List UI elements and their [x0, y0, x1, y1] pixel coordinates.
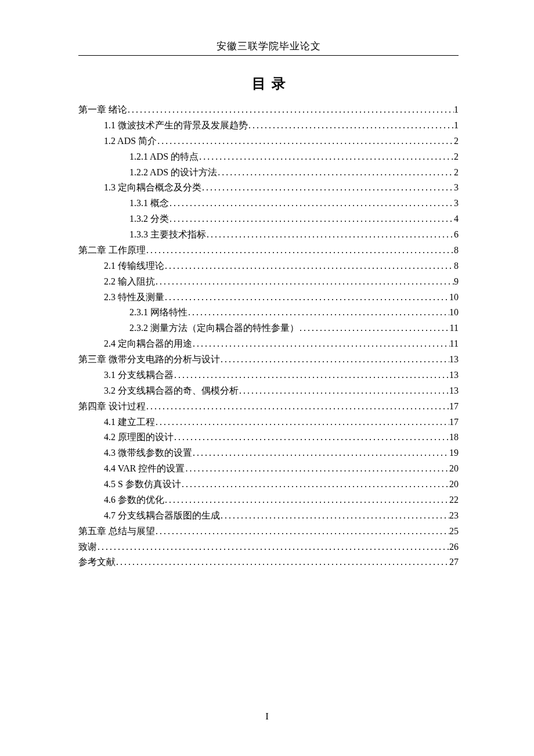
table-of-contents: 第一章 绪论11.1 微波技术产生的背景及发展趋势11.2 ADS 简介21.2… [78, 102, 459, 570]
header-rule [78, 55, 459, 56]
toc-leader-dots [248, 118, 454, 134]
toc-entry-label: 4.5 S 参数仿真设计 [104, 477, 181, 492]
toc-entry-label: 第一章 绪论 [78, 102, 127, 118]
toc-entry: 1.3.3 主要技术指标6 [78, 227, 459, 243]
toc-entry-page: 23 [449, 508, 459, 524]
toc-leader-dots [155, 524, 449, 539]
toc-leader-dots [127, 102, 454, 118]
toc-entry: 4.7 分支线耦合器版图的生成23 [78, 508, 459, 524]
toc-entry: 2.4 定向耦合器的用途11 [78, 336, 459, 352]
toc-entry-label: 第三章 微带分支电路的分析与设计 [78, 352, 220, 368]
toc-entry: 2.3.1 网络特性10 [78, 305, 459, 321]
toc-entry-page: 11 [450, 336, 459, 352]
toc-entry: 4.2 原理图的设计18 [78, 430, 459, 445]
toc-leader-dots [164, 258, 454, 274]
toc-entry-label: 1.1 微波技术产生的背景及发展趋势 [104, 118, 248, 134]
toc-entry: 1.3.1 概念3 [78, 196, 459, 211]
toc-leader-dots [155, 415, 449, 430]
toc-entry: 第一章 绪论1 [78, 102, 459, 118]
toc-entry-label: 1.3.1 概念 [129, 196, 169, 211]
toc-entry-label: 2.3.1 网络特性 [129, 305, 187, 321]
toc-entry-page: 2 [454, 134, 459, 149]
toc-leader-dots [192, 445, 449, 461]
toc-leader-dots [97, 539, 449, 555]
document-page: 安徽三联学院毕业论文 目录 第一章 绪论11.1 微波技术产生的背景及发展趋势1… [0, 0, 534, 570]
toc-entry: 第五章 总结与展望25 [78, 524, 459, 539]
toc-entry: 1.1 微波技术产生的背景及发展趋势1 [78, 118, 459, 134]
toc-entry-page: 2 [454, 149, 459, 165]
toc-entry: 2.2 输入阻抗9 [78, 274, 459, 290]
toc-entry: 第三章 微带分支电路的分析与设计13 [78, 352, 459, 368]
toc-entry-label: 2.3.2 测量方法（定向耦合器的特性参量） [129, 321, 299, 336]
toc-entry-page: 20 [449, 477, 459, 492]
toc-entry-label: 2.1 传输线理论 [104, 258, 164, 274]
toc-entry: 1.2 ADS 简介2 [78, 134, 459, 149]
toc-entry-page: 26 [449, 539, 459, 555]
toc-leader-dots [116, 555, 449, 570]
toc-entry-label: 1.2.2 ADS 的设计方法 [129, 165, 217, 181]
toc-entry-label: 4.6 参数的优化 [104, 492, 164, 508]
toc-entry: 1.3.2 分类4 [78, 211, 459, 227]
toc-entry-label: 4.3 微带线参数的设置 [104, 445, 192, 461]
toc-leader-dots [174, 368, 449, 383]
toc-entry-page: 13 [449, 383, 459, 399]
toc-entry-label: 1.3.2 分类 [129, 211, 169, 227]
toc-leader-dots [155, 274, 454, 290]
toc-entry-page: 13 [449, 368, 459, 383]
toc-leader-dots [181, 477, 449, 492]
toc-entry: 致谢26 [78, 539, 459, 555]
toc-entry-page: 8 [454, 243, 459, 258]
toc-leader-dots [220, 508, 449, 524]
toc-entry: 2.3 特性及测量10 [78, 290, 459, 305]
toc-leader-dots [187, 305, 449, 321]
toc-entry-page: 27 [449, 555, 459, 570]
toc-leader-dots [169, 211, 454, 227]
running-header: 安徽三联学院毕业论文 [78, 39, 459, 55]
toc-entry-page: 17 [449, 415, 459, 430]
toc-entry-page: 3 [454, 180, 459, 196]
toc-entry-label: 2.2 输入阻抗 [104, 274, 155, 290]
toc-leader-dots [206, 227, 454, 243]
toc-entry-label: 第二章 工作原理 [78, 243, 146, 258]
toc-leader-dots [192, 336, 450, 352]
toc-entry-page: 1 [454, 102, 459, 118]
toc-entry-label: 4.7 分支线耦合器版图的生成 [104, 508, 220, 524]
toc-entry-label: 3.2 分支线耦合器的奇、偶模分析 [104, 383, 239, 399]
toc-entry: 第四章 设计过程17 [78, 399, 459, 415]
toc-entry-page: 18 [449, 430, 459, 445]
page-number-footer: I [0, 711, 534, 722]
toc-entry-page: 20 [449, 461, 459, 477]
toc-entry-label: 4.1 建立工程 [104, 415, 155, 430]
toc-entry-page: 22 [449, 492, 459, 508]
toc-leader-dots [199, 149, 454, 165]
toc-entry-page: 3 [454, 196, 459, 211]
toc-entry: 参考文献27 [78, 555, 459, 570]
toc-entry-page: 10 [449, 305, 459, 321]
toc-entry-page: 6 [454, 227, 459, 243]
toc-leader-dots [217, 165, 454, 181]
toc-entry-page: 4 [454, 211, 459, 227]
toc-entry-label: 4.4 VAR 控件的设置 [104, 461, 185, 477]
toc-entry: 2.3.2 测量方法（定向耦合器的特性参量）11 [78, 321, 459, 336]
toc-entry: 4.5 S 参数仿真设计20 [78, 477, 459, 492]
toc-entry-label: 2.4 定向耦合器的用途 [104, 336, 192, 352]
toc-entry-label: 第五章 总结与展望 [78, 524, 155, 539]
toc-leader-dots [146, 243, 454, 258]
toc-leader-dots [201, 180, 454, 196]
toc-entry-label: 1.3.3 主要技术指标 [129, 227, 206, 243]
toc-entry: 4.1 建立工程17 [78, 415, 459, 430]
toc-leader-dots [174, 430, 449, 445]
toc-entry-page: 9 [454, 274, 459, 290]
toc-leader-dots [169, 196, 454, 211]
toc-entry-page: 11 [450, 321, 459, 336]
toc-entry: 1.2.2 ADS 的设计方法2 [78, 165, 459, 181]
toc-entry: 2.1 传输线理论8 [78, 258, 459, 274]
toc-title: 目录 [78, 74, 459, 93]
toc-entry-page: 10 [449, 290, 459, 305]
toc-entry: 1.3 定向耦合概念及分类3 [78, 180, 459, 196]
toc-entry-page: 25 [449, 524, 459, 539]
toc-entry-label: 参考文献 [78, 555, 116, 570]
toc-leader-dots [220, 352, 449, 368]
toc-leader-dots [299, 321, 450, 336]
toc-entry-page: 17 [449, 399, 459, 415]
